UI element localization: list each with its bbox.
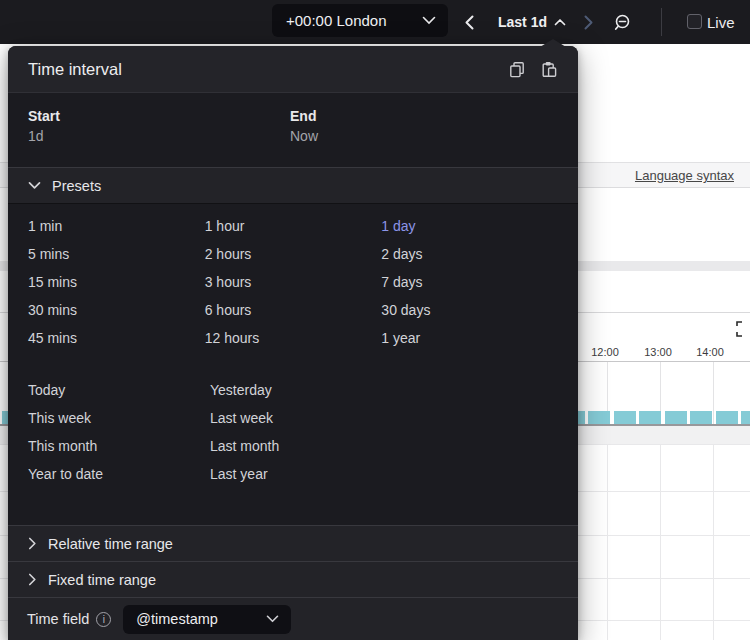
preset-item[interactable]: 15 mins bbox=[28, 274, 205, 290]
presets-list: 1 min1 hour1 day 5 mins2 hours2 days 15 … bbox=[8, 203, 578, 525]
time-tick: 13:00 bbox=[636, 346, 680, 358]
gridline bbox=[660, 444, 661, 640]
language-syntax-link[interactable]: Language syntax bbox=[635, 168, 734, 183]
chevron-up-icon bbox=[554, 18, 566, 26]
preset-item[interactable]: Yesterday bbox=[210, 382, 392, 398]
timezone-value: +00:00 London bbox=[286, 12, 387, 29]
start-end-section: Start 1d End Now bbox=[8, 93, 578, 167]
preset-item[interactable]: 3 hours bbox=[205, 274, 382, 290]
popup-title: Time interval bbox=[28, 60, 122, 79]
expand-icon[interactable] bbox=[736, 321, 750, 337]
preset-item[interactable]: This month bbox=[28, 438, 210, 454]
preset-item[interactable]: Today bbox=[28, 382, 210, 398]
preset-item[interactable]: 1 hour bbox=[205, 218, 382, 234]
presets-label: Presets bbox=[52, 178, 101, 194]
preset-item[interactable]: 12 hours bbox=[205, 330, 382, 346]
preset-item[interactable]: 1 min bbox=[28, 218, 205, 234]
preset-item[interactable]: 5 mins bbox=[28, 246, 205, 262]
live-checkbox[interactable] bbox=[687, 14, 702, 29]
preset-item[interactable]: This week bbox=[28, 410, 210, 426]
paste-button[interactable] bbox=[540, 60, 558, 78]
start-value[interactable]: 1d bbox=[28, 126, 290, 147]
preset-item[interactable]: Last month bbox=[210, 438, 392, 454]
paste-icon bbox=[541, 61, 557, 78]
prev-range-button[interactable] bbox=[460, 0, 478, 44]
preset-item[interactable]: 30 mins bbox=[28, 302, 205, 318]
time-range-label: Last 1d bbox=[498, 14, 547, 30]
chevron-down-icon bbox=[266, 615, 279, 623]
time-tick: 14:00 bbox=[688, 346, 732, 358]
chevron-right-icon bbox=[584, 15, 593, 30]
preset-item[interactable]: Last week bbox=[210, 410, 392, 426]
chevron-right-icon bbox=[28, 537, 37, 550]
preset-item[interactable]: 30 days bbox=[381, 302, 558, 318]
preset-item[interactable]: Year to date bbox=[28, 466, 210, 482]
time-range-button[interactable]: Last 1d bbox=[498, 0, 566, 44]
time-field-label: Time field bbox=[27, 611, 89, 627]
gridline bbox=[713, 444, 714, 640]
copy-icon bbox=[509, 61, 525, 78]
preset-item[interactable]: 6 hours bbox=[205, 302, 382, 318]
preset-item[interactable]: 7 days bbox=[381, 274, 558, 290]
relative-time-range-label: Relative time range bbox=[48, 536, 173, 552]
time-field-row: Time field i @timestamp bbox=[8, 597, 578, 640]
presets-section-header[interactable]: Presets bbox=[8, 167, 578, 203]
zoom-out-icon bbox=[613, 13, 632, 32]
end-label: End bbox=[290, 107, 552, 126]
end-value[interactable]: Now bbox=[290, 126, 552, 147]
preset-item[interactable]: 2 hours bbox=[205, 246, 382, 262]
chevron-down-icon bbox=[28, 181, 41, 190]
preset-item[interactable]: 1 year bbox=[381, 330, 558, 346]
chevron-right-icon bbox=[28, 573, 37, 586]
next-range-button[interactable] bbox=[580, 0, 596, 44]
fixed-time-range-label: Fixed time range bbox=[48, 572, 156, 588]
time-interval-popup: Time interval Start 1d End bbox=[8, 46, 578, 640]
start-label: Start bbox=[28, 107, 290, 126]
toolbar-divider bbox=[661, 8, 662, 36]
time-tick: 12:00 bbox=[583, 346, 627, 358]
live-label: Live bbox=[707, 0, 735, 44]
time-field-select[interactable]: @timestamp bbox=[123, 605, 291, 634]
zoom-out-button[interactable] bbox=[611, 0, 633, 44]
popup-header: Time interval bbox=[8, 46, 578, 93]
chevron-left-icon bbox=[465, 15, 474, 30]
popup-arrow bbox=[540, 39, 566, 47]
relative-time-range-header[interactable]: Relative time range bbox=[8, 525, 578, 561]
top-toolbar: +00:00 London Last 1d Live bbox=[0, 0, 750, 44]
copy-button[interactable] bbox=[508, 60, 526, 78]
preset-item[interactable]: 2 days bbox=[381, 246, 558, 262]
preset-item-selected[interactable]: 1 day bbox=[381, 218, 558, 234]
chevron-down-icon bbox=[422, 16, 436, 25]
info-icon[interactable]: i bbox=[96, 612, 111, 627]
gridline bbox=[607, 444, 608, 640]
preset-item[interactable]: 45 mins bbox=[28, 330, 205, 346]
preset-item[interactable]: Last year bbox=[210, 466, 392, 482]
fixed-time-range-header[interactable]: Fixed time range bbox=[8, 561, 578, 597]
timezone-select[interactable]: +00:00 London bbox=[272, 4, 448, 37]
time-field-value: @timestamp bbox=[136, 611, 218, 627]
